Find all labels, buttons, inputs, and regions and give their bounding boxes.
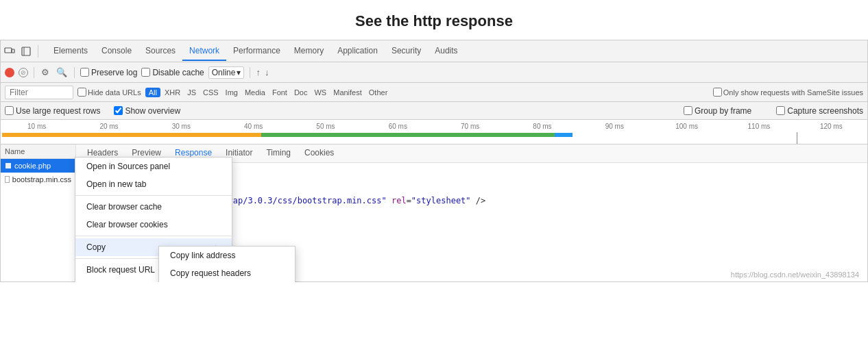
capture-screenshots-label[interactable]: Capture screenshots [776,106,863,116]
samesite-checkbox[interactable] [713,88,722,97]
download-icon[interactable]: ↓ [265,67,269,77]
menu-item-open-new-tab[interactable]: Open in new tab [75,175,232,193]
timeline-cursor [797,132,797,144]
tab-performance[interactable]: Performance [226,42,287,61]
preserve-log-checkbox[interactable] [80,68,89,77]
tab-sources[interactable]: Sources [138,42,182,61]
progress-orange [2,133,261,137]
tab-network[interactable]: Network [182,42,226,61]
devtools-icons [3,45,38,58]
group-by-frame-checkbox[interactable] [684,106,692,115]
device-toggle-icon[interactable] [3,45,16,58]
large-rows-text: Use large request rows [16,106,100,116]
filter-doc-btn[interactable]: Doc [291,88,311,97]
preserve-log-checkbox-label[interactable]: Preserve log [80,68,137,77]
file-name-cookie: cookie.php [14,162,51,170]
timeline-label-90ms: 90 ms [579,123,651,130]
filter-img-btn[interactable]: Img [223,88,241,97]
filter-xhr-btn[interactable]: XHR [162,88,183,97]
stop-button[interactable]: ⊘ [19,68,28,77]
disable-cache-checkbox[interactable] [141,68,150,77]
filter-media-btn[interactable]: Media [242,88,268,97]
file-name-bootstrap: bootstrap.min.css [12,175,71,184]
file-item-cookie-php[interactable]: cookie.php [1,159,75,173]
group-by-frame-text: Group by frame [695,106,751,116]
devtools-window: Elements Console Sources Network Perform… [0,40,868,282]
timeline-label-100ms: 100 ms [651,123,723,130]
show-overview-label[interactable]: Show overview [114,106,180,116]
disable-cache-checkbox-label[interactable]: Disable cache [141,68,204,77]
filter-manifest-btn[interactable]: Manifest [330,88,365,97]
page-title: See the http response [0,0,868,40]
timeline-label-70ms: 70 ms [434,123,506,130]
search-icon[interactable]: 🔍 [55,66,69,78]
timeline-label-60ms: 60 ms [362,123,434,130]
devtools-tab-bar: Elements Console Sources Network Perform… [1,40,867,62]
options-bar: Use large request rows Show overview Gro… [1,102,867,120]
timeline-label-30ms: 30 ms [145,123,217,130]
online-select[interactable]: Online ▾ [208,66,245,79]
show-overview-text: Show overview [125,106,180,116]
tab-audits[interactable]: Audits [428,42,464,61]
svg-rect-1 [12,49,14,53]
filter-other-btn[interactable]: Other [366,88,391,97]
group-by-frame-label[interactable]: Group by frame [684,106,751,116]
file-list-name-header: Name [5,147,25,155]
progress-green [261,133,555,137]
filter-font-btn[interactable]: Font [269,88,290,97]
menu-label-clear-cookies: Clear browser cookies [86,220,168,229]
large-rows-label[interactable]: Use large request rows [5,106,100,116]
watermark: https://blog.csdn.net/weixin_43898134 [731,271,859,279]
file-item-bootstrap-css[interactable]: bootstrap.min.css [1,173,75,186]
filter-bar: Hide data URLs All XHR JS CSS Img Media … [1,83,867,102]
upload-icon[interactable]: ↑ [256,67,261,77]
tab-console[interactable]: Console [95,42,138,61]
submenu: Copy link address Copy request headers C… [158,246,296,282]
timeline-labels: 10 ms 20 ms 30 ms 40 ms 50 ms 60 ms 70 m… [1,123,867,131]
progress-blue [555,133,572,137]
tab-elements[interactable]: Elements [47,42,95,61]
filter-icon[interactable]: ⚙ [40,66,51,78]
timeline-label-120ms: 120 ms [795,123,867,130]
tab-memory[interactable]: Memory [287,42,330,61]
toolbar-separator-2 [74,67,75,78]
filter-js-btn[interactable]: JS [184,88,199,97]
filter-css-btn[interactable]: CSS [200,88,221,97]
filter-input[interactable] [5,86,73,99]
menu-item-open-sources[interactable]: Open in Sources panel [75,158,232,175]
filter-all-btn[interactable]: All [145,88,160,97]
hide-data-urls-checkbox[interactable] [77,88,86,97]
svg-rect-0 [5,48,12,53]
tab-cookies[interactable]: Cookies [298,144,341,162]
submenu-label-copy-link: Copy link address [170,251,235,260]
disable-cache-label: Disable cache [152,68,204,77]
hide-data-urls-label[interactable]: Hide data URLs [77,88,141,97]
inspect-icon[interactable] [20,45,32,58]
tab-application[interactable]: Application [330,42,385,61]
large-rows-checkbox[interactable] [5,106,14,115]
submenu-item-copy-link[interactable]: Copy link address [159,247,295,264]
menu-item-clear-cookies[interactable]: Clear browser cookies [75,216,232,234]
network-toolbar: ⊘ ⚙ 🔍 Preserve log Disable cache Online … [1,62,867,83]
file-list-header: Name [1,144,75,159]
samesite-checkbox-label[interactable]: Only show requests with SameSite issues [713,88,863,97]
svg-rect-2 [22,47,30,55]
file-list-panel: Name cookie.php bootstrap.min.css [1,144,76,281]
tab-timing[interactable]: Timing [259,144,298,162]
capture-screenshots-checkbox[interactable] [776,106,785,115]
toolbar-separator-3 [250,67,250,78]
samesite-label: Only show requests with SameSite issues [723,88,863,97]
timeline-label-110ms: 110 ms [723,123,795,130]
record-button[interactable] [5,68,14,77]
timeline-label-20ms: 20 ms [73,123,145,130]
menu-item-clear-cache[interactable]: Clear browser cache [75,198,232,216]
menu-label-clear-cache: Clear browser cache [86,202,162,212]
timeline-label-50ms: 50 ms [289,123,361,130]
submenu-item-copy-request-headers[interactable]: Copy request headers [159,264,295,282]
filter-ws-btn[interactable]: WS [311,88,329,97]
tab-security[interactable]: Security [385,42,428,61]
menu-label-open-new-tab: Open in new tab [86,179,146,189]
file-icon-cookie [5,162,12,169]
capture-screenshots-text: Capture screenshots [787,106,863,116]
show-overview-checkbox[interactable] [114,106,123,115]
